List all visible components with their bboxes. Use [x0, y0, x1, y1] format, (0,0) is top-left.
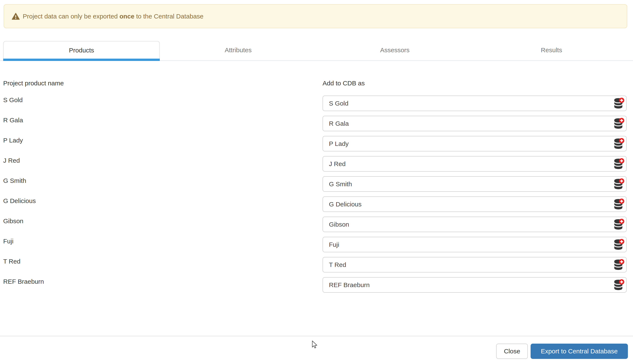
cdb-field: [323, 134, 627, 154]
database-add-icon[interactable]: [614, 279, 624, 291]
product-name-label: T Red: [3, 255, 323, 275]
table-row: T Red: [3, 255, 627, 275]
column-headers: Project product name Add to CDB as: [3, 80, 627, 87]
left-column-header: Project product name: [3, 80, 323, 87]
cdb-name-input[interactable]: [323, 176, 627, 192]
product-name-label: S Gold: [3, 93, 323, 114]
cdb-name-input[interactable]: [323, 216, 627, 232]
tab-assessors[interactable]: Assessors: [317, 41, 473, 61]
cdb-field: [323, 275, 627, 295]
export-once-warning-banner: Project data can only be exported once t…: [4, 4, 627, 28]
product-name-label: J Red: [3, 154, 323, 174]
database-add-icon[interactable]: [614, 198, 624, 210]
table-row: S Gold: [3, 93, 627, 114]
tab-attributes[interactable]: Attributes: [160, 41, 316, 61]
table-row: J Red: [3, 154, 627, 174]
table-row: REF Braeburn: [3, 275, 627, 295]
cdb-name-input[interactable]: [323, 96, 627, 111]
cdb-name-input[interactable]: [323, 156, 627, 172]
table-row: Fuji: [3, 234, 627, 255]
database-add-icon[interactable]: [614, 239, 624, 250]
product-name-label: G Delicious: [3, 194, 323, 214]
cdb-field: [323, 93, 627, 114]
tab-bar: Products Attributes Assessors Results: [3, 41, 630, 61]
footer-divider: [0, 336, 633, 336]
cdb-field: [323, 214, 627, 234]
database-add-icon[interactable]: [614, 158, 624, 170]
cdb-field: [323, 194, 627, 214]
product-name-label: Gibson: [3, 214, 323, 234]
product-name-label: REF Braeburn: [3, 275, 323, 295]
tab-results[interactable]: Results: [473, 41, 630, 61]
cdb-field: [323, 154, 627, 174]
cdb-field: [323, 174, 627, 194]
cdb-field: [323, 234, 627, 255]
database-add-icon[interactable]: [614, 138, 624, 150]
table-row: G Smith: [3, 174, 627, 194]
warning-text: Project data can only be exported once t…: [23, 13, 204, 20]
close-button[interactable]: Close: [496, 344, 528, 359]
cdb-field: [323, 114, 627, 134]
table-row: Gibson: [3, 214, 627, 234]
product-name-label: G Smith: [3, 174, 323, 194]
product-name-label: R Gala: [3, 114, 323, 134]
cdb-name-input[interactable]: [323, 116, 627, 131]
cdb-field: [323, 255, 627, 275]
warning-triangle-icon: [12, 13, 20, 20]
product-mapping-list: S Gold R Gala: [3, 93, 627, 295]
cdb-name-input[interactable]: [323, 237, 627, 252]
cdb-name-input[interactable]: [323, 196, 627, 212]
cdb-name-input[interactable]: [323, 136, 627, 152]
table-row: P Lady: [3, 134, 627, 154]
product-name-label: Fuji: [3, 234, 323, 255]
table-row: G Delicious: [3, 194, 627, 214]
mouse-cursor: [312, 340, 318, 349]
cdb-name-input[interactable]: [323, 277, 627, 293]
product-name-label: P Lady: [3, 134, 323, 154]
export-to-central-database-button[interactable]: Export to Central Database: [530, 344, 628, 359]
cdb-name-input[interactable]: [323, 257, 627, 272]
database-add-icon[interactable]: [614, 118, 624, 129]
tab-products[interactable]: Products: [3, 41, 160, 61]
database-add-icon[interactable]: [614, 259, 624, 270]
database-add-icon[interactable]: [614, 219, 624, 230]
right-column-header: Add to CDB as: [323, 80, 627, 87]
table-row: R Gala: [3, 114, 627, 134]
footer-actions: Close Export to Central Database: [496, 344, 628, 359]
database-add-icon[interactable]: [614, 178, 624, 190]
database-add-icon[interactable]: [614, 98, 624, 109]
